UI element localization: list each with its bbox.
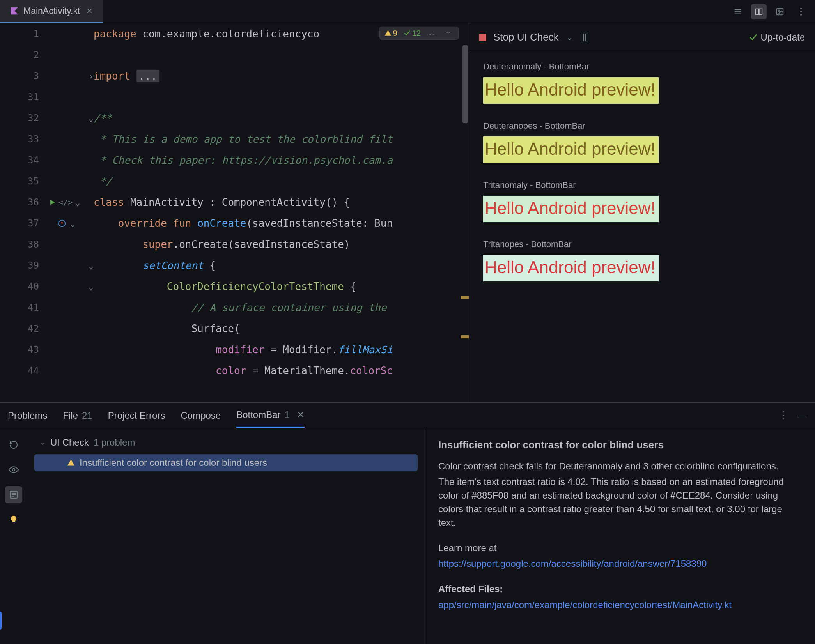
preview-label: Deuteranomaly - BottomBar	[483, 62, 801, 72]
more-menu-icon[interactable]: ⋮	[778, 409, 788, 421]
fold-collapse-icon[interactable]: ⌄	[47, 276, 94, 297]
problems-group-ui-check[interactable]: ⌄ UI Check 1 problem	[34, 434, 418, 451]
svg-point-15	[12, 469, 15, 471]
split-view-icon[interactable]	[751, 4, 767, 19]
preview-group[interactable]: Tritanomaly - BottomBarHello Android pre…	[483, 180, 801, 222]
preview-group[interactable]: Deuteranomaly - BottomBarHello Android p…	[483, 62, 801, 104]
editor-tab-bar: MainActivity.kt ✕	[0, 0, 815, 23]
dropdown-icon[interactable]: ⌄	[566, 32, 573, 42]
preview-toolbar: Stop UI Check ⌄ Up-to-date	[469, 23, 815, 51]
affected-files-label: Affected Files:	[438, 582, 802, 596]
preview-list[interactable]: Deuteranomaly - BottomBarHello Android p…	[469, 51, 815, 402]
chevron-down-icon: ⌄	[40, 438, 46, 447]
problem-detail-p2: The item's text contrast ratio is 4.02. …	[438, 475, 802, 529]
code-view-icon[interactable]	[730, 4, 746, 19]
warning-count[interactable]: 9	[384, 29, 397, 38]
svg-rect-13	[581, 34, 584, 41]
weak-warning-count[interactable]: 12	[404, 29, 421, 38]
svg-point-7	[778, 10, 780, 11]
kotlin-file-icon	[10, 7, 19, 15]
preview-render: Hello Android preview!	[483, 196, 659, 222]
close-tab-icon[interactable]: ✕	[297, 409, 305, 420]
warning-stripe[interactable]	[461, 296, 469, 299]
more-menu-icon[interactable]	[793, 4, 809, 19]
lightbulb-icon[interactable]	[5, 511, 22, 528]
fold-expand-icon[interactable]: ›	[47, 65, 94, 87]
svg-point-8	[800, 8, 802, 9]
file-tab-label: MainActivity.kt	[23, 6, 80, 16]
svg-marker-11	[50, 200, 55, 205]
preview-render: Hello Android preview!	[483, 77, 659, 104]
file-tab-mainactivity[interactable]: MainActivity.kt ✕	[0, 0, 103, 23]
editor-scrollbar[interactable]	[462, 45, 468, 123]
problems-tab-bottombar[interactable]: BottomBar1 ✕	[236, 403, 305, 428]
build-status: Up-to-date	[749, 32, 805, 43]
problems-tab-file[interactable]: File21	[63, 403, 92, 428]
run-gutter-icon[interactable]: </> ⌄	[47, 192, 94, 213]
problem-detail-p1: Color contrast check fails for Deuterano…	[438, 460, 802, 473]
code-editor[interactable]: 9 12 ︿ ﹀ 123 313233 343536 373839 404142…	[0, 23, 469, 402]
eye-icon[interactable]	[5, 461, 22, 478]
glyph-gutter: › ⌄ </> ⌄ ⌄ ⌄ ⌄	[47, 23, 94, 402]
warning-icon	[67, 459, 75, 467]
problems-side-toolbar	[0, 428, 27, 644]
inspection-summary[interactable]: 9 12 ︿ ﹀	[379, 27, 459, 40]
affected-file-link[interactable]: app/src/main/java/com/example/colordefic…	[438, 600, 732, 610]
next-highlight-icon[interactable]: ﹀	[443, 28, 454, 38]
problems-tab-project[interactable]: Project Errors	[108, 403, 165, 428]
preview-render: Hello Android preview!	[483, 136, 659, 163]
compose-preview-panel: Stop UI Check ⌄ Up-to-date Deuteranomaly…	[469, 23, 815, 402]
problems-title: Problems	[8, 403, 47, 428]
problem-item-contrast[interactable]: Insufficient color contrast for color bl…	[34, 454, 418, 471]
learn-more-link[interactable]: https://support.google.com/accessibility…	[438, 558, 707, 569]
code-content[interactable]: package com.example.colordeficiencyco im…	[94, 23, 469, 402]
problems-panel: Problems File21 Project Errors Compose B…	[0, 402, 815, 644]
layout-settings-icon[interactable]	[580, 33, 589, 42]
minimize-icon[interactable]: —	[797, 409, 807, 421]
design-view-icon[interactable]	[772, 4, 788, 19]
svg-rect-14	[585, 34, 588, 41]
warning-stripe[interactable]	[461, 335, 469, 338]
fold-collapse-icon[interactable]: ⌄	[47, 255, 94, 276]
preview-render: Hello Android preview!	[483, 255, 659, 281]
preview-group[interactable]: Tritanopes - BottomBarHello Android prev…	[483, 239, 801, 281]
line-number-gutter: 123 313233 343536 373839 404142 4344	[0, 23, 47, 402]
svg-point-9	[800, 11, 802, 12]
svg-point-10	[800, 14, 802, 16]
editor-view-mode-group	[730, 0, 815, 23]
refresh-icon[interactable]	[5, 436, 22, 453]
learn-more-label: Learn more at	[438, 541, 802, 555]
fold-collapse-icon[interactable]: ⌄	[47, 108, 94, 129]
details-icon[interactable]	[5, 486, 22, 503]
problems-tab-compose[interactable]: Compose	[181, 403, 221, 428]
svg-rect-5	[759, 9, 762, 14]
stop-icon	[479, 34, 486, 41]
stop-ui-check-button[interactable]: Stop UI Check	[493, 31, 559, 43]
problem-detail-heading: Insufficient color contrast for color bl…	[438, 438, 802, 453]
preview-label: Deuteranopes - BottomBar	[483, 121, 801, 131]
preview-label: Tritanomaly - BottomBar	[483, 180, 801, 190]
close-tab-icon[interactable]: ✕	[86, 6, 93, 16]
svg-rect-4	[756, 9, 758, 14]
preview-label: Tritanopes - BottomBar	[483, 239, 801, 249]
problems-tree[interactable]: ⌄ UI Check 1 problem Insufficient color …	[27, 428, 425, 644]
override-gutter-icon[interactable]: ⌄	[47, 213, 94, 234]
problems-tab-bar: Problems File21 Project Errors Compose B…	[0, 403, 815, 428]
prev-highlight-icon[interactable]: ︿	[427, 28, 437, 38]
preview-group[interactable]: Deuteranopes - BottomBarHello Android pr…	[483, 121, 801, 163]
problem-detail: Insufficient color contrast for color bl…	[425, 428, 815, 644]
svg-marker-0	[11, 7, 18, 14]
